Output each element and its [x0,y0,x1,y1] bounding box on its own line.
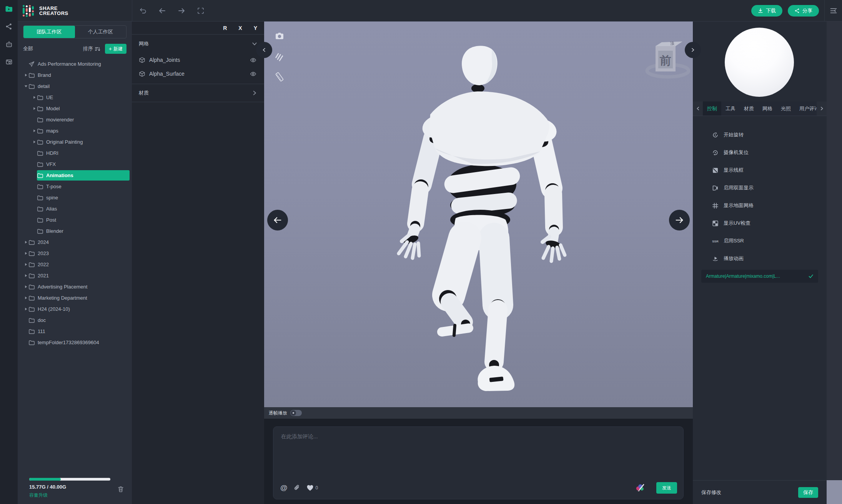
new-button[interactable]: + 新建 [105,44,126,54]
tree-item-h24-2024-10[interactable]: H24 (2024-10) [18,303,132,315]
tab-personal-workspace[interactable]: 个人工作区 [75,26,126,38]
rail-assets-button[interactable] [0,0,18,18]
caret-right-icon[interactable] [23,263,28,266]
material-section-header[interactable]: 材质 [132,84,264,102]
tree-item-2024[interactable]: 2024 [18,237,132,248]
fit-frame-icon[interactable] [197,7,205,15]
control-摄像机复位[interactable]: 摄像机复位 [693,144,827,161]
tree-item-movierender[interactable]: movierender [18,114,132,125]
caret-down-icon[interactable] [23,85,28,88]
undo-icon[interactable] [139,7,147,15]
screenshot-camera-icon[interactable] [275,32,285,41]
tree-item-animations[interactable]: Animations [18,170,132,181]
forward-icon[interactable] [178,7,185,15]
tree-item-111[interactable]: 111 [18,326,132,337]
tabs-scroll-right-button[interactable] [817,101,827,116]
animation-clip-item[interactable]: Armature|Armature|mixamo.com|L... [701,270,818,283]
tree-item-marketing-department[interactable]: Marketing Department [18,292,132,303]
scrollbar-thumb[interactable] [827,480,842,504]
inspector-tab-网格[interactable]: 网格 [758,101,777,116]
control-显示uv检查[interactable]: 显示UV检查 [693,214,827,232]
menu-button[interactable] [824,0,842,21]
trash-icon[interactable] [117,486,124,492]
tree-item-tempfolder1732869369604[interactable]: tempFolder1732869369604 [18,337,132,348]
rail-share-button[interactable] [0,18,18,35]
inspector-tab-控制[interactable]: 控制 [703,101,721,116]
send-comment-button[interactable]: 发送 [656,482,677,494]
like-button[interactable]: 0 [306,484,318,492]
tree-item-blender[interactable]: Blender [18,225,132,237]
axis-x-button[interactable]: X [238,25,242,31]
tree-item-original-painting[interactable]: Original Painting [18,136,132,148]
control-播放动画[interactable]: 播放动画 [693,250,827,267]
caret-right-icon[interactable] [23,252,28,255]
tree-item-alias[interactable]: Alias [18,203,132,214]
tree-item-hdri[interactable]: HDRI [18,148,132,159]
tree-item-2022[interactable]: 2022 [18,259,132,270]
tree-item-spine[interactable]: spine [18,192,132,203]
tree-item-ads-performance-monitoring[interactable]: Ads Performance Monitoring [18,58,132,70]
inspector-tab-光照[interactable]: 光照 [777,101,795,116]
visibility-eye-icon[interactable] [250,57,256,63]
mention-button[interactable]: @ [280,484,288,492]
viewport-canvas[interactable]: 顶 前 [264,22,693,407]
tree-item-advertising-placement[interactable]: Advertising Placement [18,281,132,292]
caret-right-icon[interactable] [23,73,28,77]
caret-right-icon[interactable] [23,307,28,311]
frame-play-toggle[interactable] [290,410,302,416]
caret-right-icon[interactable] [32,129,37,133]
save-button[interactable]: 保存 [798,487,818,498]
mesh-section-header[interactable]: 网格 [132,35,264,53]
tree-item-maps[interactable]: maps [18,125,132,136]
share-button[interactable]: 分享 [788,5,819,17]
mesh-item-alpha-joints[interactable]: Alpha_Joints [132,53,264,67]
tree-item-detail[interactable]: detail [18,81,132,92]
caret-right-icon[interactable] [32,107,37,110]
caret-right-icon[interactable] [32,140,37,144]
next-asset-button[interactable] [669,210,690,230]
control-启用双面显示[interactable]: 启用双面显示 [693,179,827,197]
tabs-scroll-left-button[interactable] [693,101,703,116]
axis-r-button[interactable]: R [223,25,227,31]
back-icon[interactable] [158,7,166,15]
inspector-tab-用户评论[interactable]: 用户评论 [795,101,817,116]
rail-camera-button[interactable] [0,53,18,71]
tree-item-vfx[interactable]: VFX [18,159,132,170]
axis-y-button[interactable]: Y [254,25,257,31]
ruler-icon[interactable] [275,72,285,82]
caret-right-icon[interactable] [23,240,28,244]
caret-right-icon[interactable] [23,296,28,300]
tree-item-doc[interactable]: doc [18,315,132,326]
comment-input[interactable]: 在此添加评论... [273,427,683,482]
collapse-outliner-button[interactable] [256,42,272,58]
brush-strokes-icon[interactable] [275,52,285,62]
tree-item-ue[interactable]: UE [18,92,132,103]
tree-item-brand[interactable]: Brand [18,70,132,81]
storage-upgrade-link[interactable]: 容量升级 [29,492,128,499]
filter-all[interactable]: 全部 [23,45,33,52]
rail-robot-button[interactable] [0,35,18,53]
attachment-button[interactable] [294,484,300,491]
caret-right-icon[interactable] [23,285,28,288]
tree-item-t-pose[interactable]: T-pose [18,181,132,192]
markup-brush-button[interactable] [636,483,645,492]
control-开始旋转[interactable]: 开始旋转 [693,126,827,144]
download-button[interactable]: 下载 [751,5,782,17]
tree-item-model[interactable]: Model [18,103,132,114]
tab-team-workspace[interactable]: 团队工作区 [23,26,75,38]
material-preview-sphere[interactable] [725,28,794,97]
collapse-inspector-button[interactable] [685,42,701,58]
tree-item-2021[interactable]: 2021 [18,270,132,281]
previous-asset-button[interactable] [267,210,288,230]
sort-button[interactable]: 排序 [83,45,100,52]
inspector-tab-工具[interactable]: 工具 [721,101,740,116]
visibility-eye-icon[interactable] [250,71,256,77]
brand-logo[interactable]: SHARECREATORS [18,0,132,21]
control-显示地面网格[interactable]: 显示地面网格 [693,197,827,214]
caret-right-icon[interactable] [23,274,28,277]
mesh-item-alpha-surface[interactable]: Alpha_Surface [132,67,264,81]
tree-item-post[interactable]: Post [18,214,132,225]
inspector-tab-材质[interactable]: 材质 [740,101,758,116]
tree-item-2023[interactable]: 2023 [18,248,132,259]
control-启用ssr[interactable]: SSR启用SSR [693,232,827,250]
